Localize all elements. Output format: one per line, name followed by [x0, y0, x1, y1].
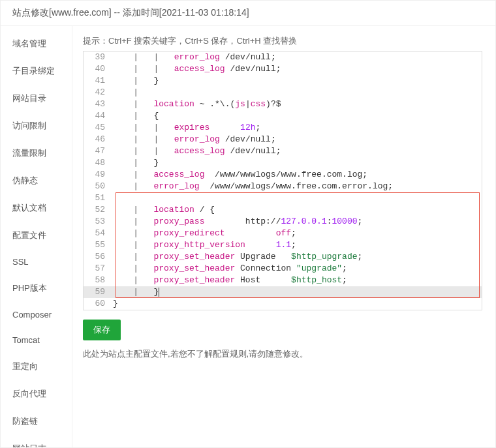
code-line[interactable]: 44 | {: [84, 110, 482, 122]
gutter: 52: [84, 204, 113, 216]
code-content[interactable]: | location / {: [113, 204, 482, 216]
code-editor[interactable]: 39 | | error_log /dev/null;40 | | access…: [83, 51, 482, 310]
code-content[interactable]: | }: [113, 286, 482, 298]
sidebar-item-9[interactable]: PHP版本: [1, 275, 72, 302]
gutter: 59: [84, 286, 113, 298]
code-content[interactable]: | proxy_set_header Host $http_host;: [113, 275, 482, 286]
code-line[interactable]: 40 | | access_log /dev/null;: [84, 63, 482, 75]
gutter: 48: [84, 157, 113, 169]
sidebar-item-3[interactable]: 访问限制: [1, 112, 72, 140]
code-line[interactable]: 48 | }: [84, 157, 482, 169]
dialog-body: 域名管理子目录绑定网站目录访问限制流量限制伪静态默认文档配置文件SSLPHP版本…: [1, 26, 495, 447]
sidebar-item-2[interactable]: 网站目录: [1, 85, 72, 112]
code-line[interactable]: 50 | error_log /www/wwwlogs/www.free.com…: [84, 181, 482, 192]
code-line[interactable]: 51: [84, 192, 482, 204]
sidebar-item-1[interactable]: 子目录绑定: [1, 57, 72, 85]
sidebar-item-12[interactable]: 重定向: [1, 353, 72, 380]
gutter: 43: [84, 98, 113, 110]
code-content[interactable]: | }: [113, 157, 482, 169]
gutter: 49: [84, 169, 113, 181]
gutter: 42: [84, 87, 113, 98]
code-line[interactable]: 60}: [84, 298, 482, 310]
gutter: 56: [84, 251, 113, 263]
editor-hint: 提示：Ctrl+F 搜索关键字，Ctrl+S 保存，Ctrl+H 查找替换: [83, 35, 482, 47]
code-content[interactable]: | | access_log /dev/null;: [113, 63, 482, 75]
code-line[interactable]: 57 | proxy_set_header Connection "upgrad…: [84, 263, 482, 275]
gutter: 47: [84, 145, 113, 157]
config-warning: 此处为站点主配置文件,若您不了解配置规则,请勿随意修改。: [83, 348, 482, 360]
gutter: 53: [84, 216, 113, 228]
gutter: 57: [84, 263, 113, 275]
sidebar-item-0[interactable]: 域名管理: [1, 30, 72, 57]
sidebar-item-10[interactable]: Composer: [1, 302, 72, 327]
code-line[interactable]: 42 |: [84, 87, 482, 98]
gutter: 50: [84, 181, 113, 192]
gutter: 39: [84, 52, 113, 63]
save-button[interactable]: 保存: [83, 320, 121, 340]
code-content[interactable]: | | expires 12h;: [113, 122, 482, 134]
code-content[interactable]: | proxy_set_header Connection "upgrade";: [113, 263, 482, 275]
code-content[interactable]: | | error_log /dev/null;: [113, 134, 482, 145]
code-line[interactable]: 56 | proxy_set_header Upgrade $http_upgr…: [84, 251, 482, 263]
gutter: 44: [84, 110, 113, 122]
code-content[interactable]: | proxy_pass http://127.0.0.1:10000;: [113, 216, 482, 228]
code-line[interactable]: 58 | proxy_set_header Host $http_host;: [84, 275, 482, 286]
code-line[interactable]: 52 | location / {: [84, 204, 482, 216]
sidebar-item-8[interactable]: SSL: [1, 249, 72, 275]
gutter: 60: [84, 298, 113, 310]
code-content[interactable]: | access_log /www/wwwlogs/www.free.com.l…: [113, 169, 482, 181]
code-content[interactable]: | proxy_set_header Upgrade $http_upgrade…: [113, 251, 482, 263]
gutter: 45: [84, 122, 113, 134]
gutter: 55: [84, 239, 113, 251]
sidebar-item-11[interactable]: Tomcat: [1, 327, 72, 353]
code-line[interactable]: 41 | }: [84, 75, 482, 87]
code-line[interactable]: 54 | proxy_redirect off;: [84, 228, 482, 239]
gutter: 58: [84, 275, 113, 286]
sidebar-item-13[interactable]: 反向代理: [1, 380, 72, 408]
sidebar-item-5[interactable]: 伪静态: [1, 167, 72, 194]
code-content[interactable]: | }: [113, 75, 482, 87]
code-content[interactable]: | | access_log /dev/null;: [113, 145, 482, 157]
sidebar-item-4[interactable]: 流量限制: [1, 140, 72, 167]
code-content[interactable]: | location ~ .*\.(js|css)?$: [113, 98, 482, 110]
editor-wrap: 39 | | error_log /dev/null;40 | | access…: [83, 51, 482, 310]
code-line[interactable]: 49 | access_log /www/wwwlogs/www.free.co…: [84, 169, 482, 181]
code-content[interactable]: | proxy_http_version 1.1;: [113, 239, 482, 251]
code-content[interactable]: }: [113, 298, 482, 310]
gutter: 46: [84, 134, 113, 145]
dialog-title: 站点修改[www.free.com] -- 添加时间[2021-11-03 01…: [1, 1, 495, 26]
gutter: 40: [84, 63, 113, 75]
dialog: 站点修改[www.free.com] -- 添加时间[2021-11-03 01…: [0, 0, 496, 448]
gutter: 54: [84, 228, 113, 239]
code-line[interactable]: 39 | | error_log /dev/null;: [84, 52, 482, 63]
sidebar-item-15[interactable]: 网站日志: [1, 435, 72, 447]
code-content[interactable]: |: [113, 87, 482, 98]
code-line[interactable]: 55 | proxy_http_version 1.1;: [84, 239, 482, 251]
code-content[interactable]: | | error_log /dev/null;: [113, 52, 482, 63]
code-line[interactable]: 53 | proxy_pass http://127.0.0.1:10000;: [84, 216, 482, 228]
code-line[interactable]: 45 | | expires 12h;: [84, 122, 482, 134]
main-panel: 提示：Ctrl+F 搜索关键字，Ctrl+S 保存，Ctrl+H 查找替换 39…: [72, 26, 495, 447]
code-content[interactable]: [113, 192, 482, 204]
code-line[interactable]: 59 | }: [84, 286, 482, 298]
sidebar-item-14[interactable]: 防盗链: [1, 408, 72, 435]
code-content[interactable]: | {: [113, 110, 482, 122]
code-line[interactable]: 46 | | error_log /dev/null;: [84, 134, 482, 145]
code-content[interactable]: | error_log /www/wwwlogs/www.free.com.er…: [113, 181, 482, 192]
code-line[interactable]: 43 | location ~ .*\.(js|css)?$: [84, 98, 482, 110]
sidebar-item-7[interactable]: 配置文件: [1, 222, 72, 249]
gutter: 51: [84, 192, 113, 204]
code-line[interactable]: 47 | | access_log /dev/null;: [84, 145, 482, 157]
sidebar: 域名管理子目录绑定网站目录访问限制流量限制伪静态默认文档配置文件SSLPHP版本…: [1, 26, 72, 447]
gutter: 41: [84, 75, 113, 87]
code-content[interactable]: | proxy_redirect off;: [113, 228, 482, 239]
text-cursor: [159, 288, 159, 297]
sidebar-item-6[interactable]: 默认文档: [1, 194, 72, 222]
